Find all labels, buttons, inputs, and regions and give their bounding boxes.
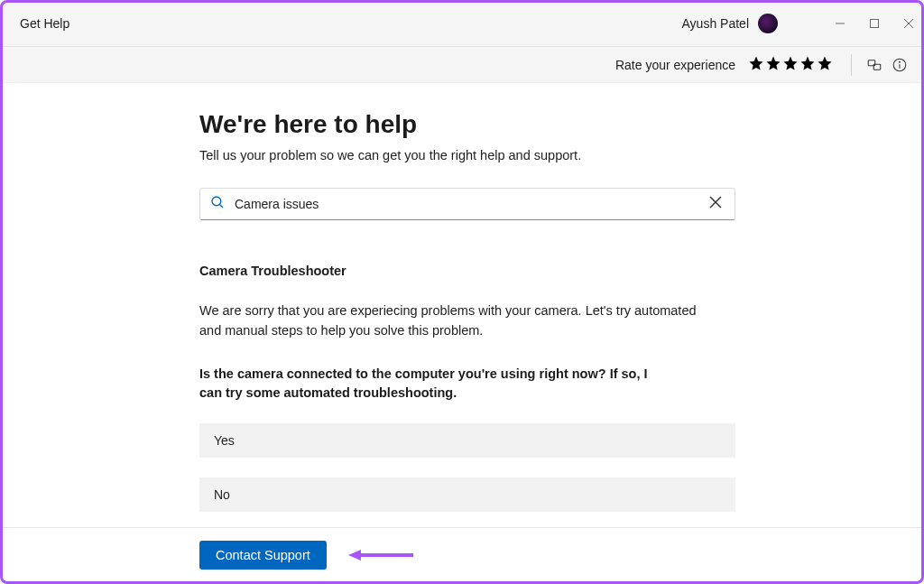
contact-support-button[interactable]: Contact Support (199, 541, 327, 570)
svg-marker-14 (348, 550, 361, 561)
main-content: We're here to help Tell us your problem … (199, 110, 735, 512)
maximize-button[interactable] (868, 17, 881, 30)
search-box[interactable] (199, 188, 735, 220)
rating-bar: Rate your experience (0, 47, 924, 83)
star-icon[interactable] (765, 55, 781, 74)
troubleshooter-description: We are sorry that you are experiecing pr… (199, 301, 705, 341)
app-name: Get Help (20, 16, 69, 31)
user-chip[interactable]: Ayush Patel (682, 14, 778, 33)
avatar (758, 14, 778, 33)
titlebar: Get Help Ayush Patel (0, 0, 924, 47)
answer-no-button[interactable]: No (199, 477, 735, 512)
rate-label: Rate your experience (615, 58, 735, 72)
footer: Contact Support (3, 527, 921, 581)
rating-stars[interactable] (748, 55, 833, 74)
troubleshooter-title: Camera Troubleshooter (199, 264, 735, 278)
feedback-icon[interactable] (866, 57, 882, 73)
minimize-button[interactable] (834, 17, 846, 30)
arrow-annotation-icon (348, 548, 413, 562)
troubleshooter-question: Is the camera connected to the computer … (199, 365, 651, 404)
star-icon[interactable] (817, 55, 833, 74)
page-subheading: Tell us your problem so we can get you t… (199, 148, 735, 162)
search-icon (209, 194, 226, 214)
star-icon[interactable] (782, 55, 799, 74)
svg-point-9 (212, 197, 221, 206)
close-button[interactable] (902, 17, 915, 30)
star-icon[interactable] (748, 55, 764, 74)
svg-rect-1 (871, 19, 879, 27)
answer-yes-button[interactable]: Yes (199, 423, 735, 458)
clear-icon[interactable] (706, 192, 725, 216)
svg-point-8 (900, 61, 901, 62)
user-name: Ayush Patel (682, 16, 749, 31)
svg-line-10 (219, 204, 223, 208)
star-icon[interactable] (799, 55, 816, 74)
page-heading: We're here to help (199, 110, 735, 139)
info-icon[interactable] (892, 57, 908, 73)
search-input[interactable] (235, 197, 706, 211)
divider (851, 54, 852, 76)
